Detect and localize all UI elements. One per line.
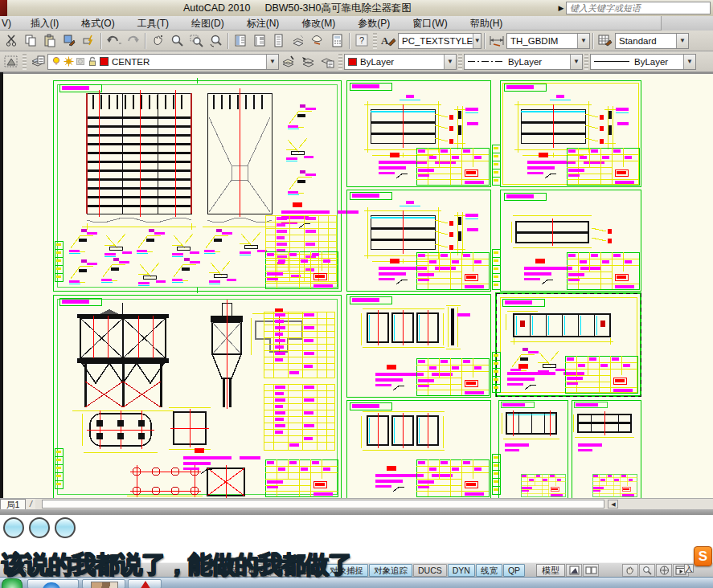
cut-icon[interactable] xyxy=(2,32,21,50)
search-input[interactable] xyxy=(566,2,711,14)
menu-window[interactable]: 窗口(W) xyxy=(401,16,458,31)
chevron-down-icon[interactable]: ▼ xyxy=(266,55,278,69)
zoom-previous-icon[interactable] xyxy=(206,32,225,50)
title-bar: AutoCAD 2010DBW50-3H0高可靠电除尘器套图 ▶ xyxy=(0,0,713,16)
toolbar-separator xyxy=(100,33,101,49)
lineweight-sample xyxy=(594,61,629,62)
tab-separator: / xyxy=(26,499,35,509)
layer-color-swatch[interactable] xyxy=(100,57,109,67)
paste-icon[interactable] xyxy=(40,32,59,50)
dim-style-value: TH_GBDIM xyxy=(510,36,558,46)
chevron-down-icon[interactable]: ▼ xyxy=(676,34,688,48)
toolbar-separator xyxy=(484,33,485,49)
player-button-1[interactable] xyxy=(3,517,24,538)
dim-style-icon[interactable] xyxy=(487,32,506,50)
layer-dropdown[interactable]: CENTER ▼ xyxy=(47,54,279,70)
toolbar-grip[interactable] xyxy=(373,33,377,49)
scrollbar-thumb[interactable] xyxy=(42,500,604,508)
autocad-window: { "window": { "app_title": "AutoCAD 2010… xyxy=(0,0,713,588)
chevron-down-icon[interactable]: ▼ xyxy=(473,34,481,48)
layer-lock-icon[interactable] xyxy=(88,56,98,67)
app-title: AutoCAD 2010 xyxy=(183,2,250,14)
layer-freeze-icon[interactable] xyxy=(64,56,74,67)
scroll-left-icon[interactable]: ◀ xyxy=(608,500,618,508)
workspace-icon[interactable] xyxy=(2,53,21,71)
horizontal-scrollbar[interactable]: ◀ xyxy=(35,499,713,509)
chevron-down-icon[interactable]: ▼ xyxy=(570,55,582,69)
ime-mode-icon[interactable]: 入 xyxy=(684,564,694,573)
menu-help[interactable]: 帮助(H) xyxy=(459,16,514,31)
chevron-down-icon[interactable]: ▼ xyxy=(683,55,695,69)
standard-toolbar: ? A PC_TEXTSTYLE ▼ TH_GBDIM ▼ Standard ▼ xyxy=(0,31,713,51)
layer-previous-icon[interactable] xyxy=(298,53,318,71)
menu-insert[interactable]: 插入(I) xyxy=(19,16,70,31)
linetype-dropdown[interactable]: ByLayer ▼ xyxy=(464,54,583,70)
text-style-icon[interactable]: A xyxy=(379,32,398,50)
tool-palettes-icon[interactable] xyxy=(269,32,289,50)
color-dropdown[interactable]: ByLayer ▼ xyxy=(344,54,457,70)
toolbar-grip[interactable] xyxy=(458,54,462,70)
layer-properties-icon[interactable] xyxy=(28,53,47,71)
menu-format[interactable]: 格式(O) xyxy=(70,16,125,31)
menu-bar: V) 插入(I) 格式(O) 工具(T) 绘图(D) 标注(N) 修改(M) 参… xyxy=(0,16,713,31)
make-layer-current-icon[interactable] xyxy=(279,53,298,71)
layer-state-icons xyxy=(51,56,109,67)
regen-icon[interactable] xyxy=(79,32,98,50)
redo-icon[interactable] xyxy=(123,32,142,50)
toolbar-separator xyxy=(592,33,593,49)
chevron-down-icon[interactable]: ▼ xyxy=(577,34,589,48)
menu-view[interactable]: V) xyxy=(0,16,19,31)
design-center-icon[interactable] xyxy=(250,32,269,50)
drawing-canvas[interactable] xyxy=(0,72,713,498)
search-expand-icon[interactable]: ▶ xyxy=(556,4,566,12)
ime-widget[interactable]: S 入 xyxy=(694,546,712,566)
help-icon[interactable]: ? xyxy=(352,32,371,50)
toolbar-separator xyxy=(145,33,145,49)
lineweight-dropdown[interactable]: ByLayer ▼ xyxy=(590,54,696,70)
menu-dimension[interactable]: 标注(N) xyxy=(236,16,291,31)
menu-draw[interactable]: 绘图(D) xyxy=(180,16,236,31)
window-title: AutoCAD 2010DBW50-3H0高可靠电除尘器套图 xyxy=(183,2,412,15)
document-title: DBW50-3H0高可靠电除尘器套图 xyxy=(264,2,412,14)
properties-palette-icon[interactable] xyxy=(231,32,250,50)
svg-text:A: A xyxy=(381,35,389,47)
app-button-edge[interactable] xyxy=(0,0,7,16)
menu-parametric[interactable]: 参数(P) xyxy=(346,16,401,31)
layer-on-icon[interactable] xyxy=(51,56,62,67)
app-icon-photo xyxy=(91,582,118,588)
player-button-2[interactable] xyxy=(29,517,50,538)
undo-icon[interactable] xyxy=(104,32,123,50)
match-properties-icon[interactable] xyxy=(59,32,79,50)
toolbar-grip[interactable] xyxy=(338,54,342,70)
table-style-value: Standard xyxy=(619,36,657,46)
quick-calc-icon[interactable] xyxy=(327,32,346,50)
menu-tools[interactable]: 工具(T) xyxy=(126,16,180,31)
tab-layout1[interactable]: 局1 xyxy=(0,499,26,509)
table-style-dropdown[interactable]: Standard ▼ xyxy=(615,33,689,49)
toolbar-separator xyxy=(227,33,228,49)
current-layer-name: CENTER xyxy=(112,57,150,67)
markup-icon[interactable] xyxy=(308,32,327,50)
chevron-down-icon[interactable]: ▼ xyxy=(444,55,456,69)
zoom-window-icon[interactable] xyxy=(186,32,206,50)
zoom-realtime-icon[interactable] xyxy=(167,32,186,50)
window-separator xyxy=(0,509,713,515)
table-style-icon[interactable] xyxy=(596,32,615,50)
toolbar-grip[interactable] xyxy=(584,54,588,70)
pan-icon[interactable] xyxy=(148,32,167,50)
sheet-set-manager-icon[interactable] xyxy=(289,32,308,50)
dim-style-dropdown[interactable]: TH_GBDIM ▼ xyxy=(506,33,590,49)
text-style-dropdown[interactable]: PC_TEXTSTYLE ▼ xyxy=(398,33,481,49)
sogou-logo-icon[interactable]: S xyxy=(694,546,712,566)
layer-states-icon[interactable] xyxy=(318,53,337,71)
color-value: ByLayer xyxy=(360,57,394,67)
layer-viewport-icon[interactable] xyxy=(76,56,86,67)
svg-text:?: ? xyxy=(359,35,364,45)
copy-icon[interactable] xyxy=(21,32,40,50)
toolbar-grip[interactable] xyxy=(23,54,27,70)
app-icon-autocad xyxy=(140,581,151,588)
player-button-3[interactable] xyxy=(55,517,76,538)
menu-modify[interactable]: 修改(M) xyxy=(290,16,346,31)
layout-tab-bar: 局1 / ◀ xyxy=(0,498,713,509)
linetype-sample xyxy=(468,61,503,62)
